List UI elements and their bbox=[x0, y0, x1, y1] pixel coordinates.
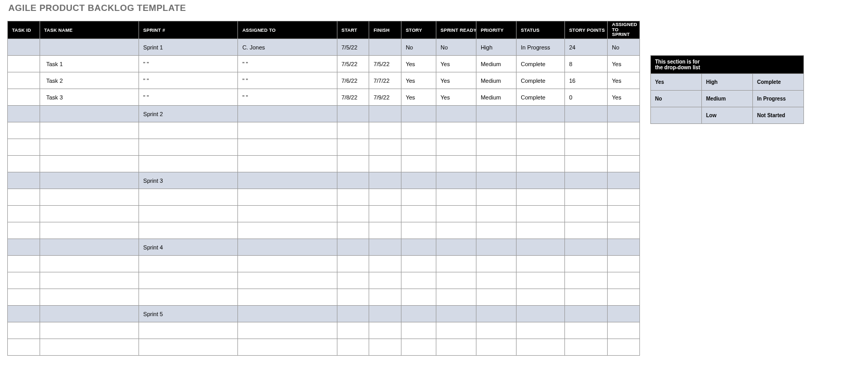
cell-assigned-to-sprint[interactable] bbox=[608, 139, 640, 156]
cell-story-points[interactable] bbox=[564, 172, 607, 189]
cell-story-points[interactable] bbox=[564, 272, 607, 289]
cell-priority[interactable] bbox=[476, 122, 517, 139]
cell-task-name[interactable] bbox=[40, 222, 139, 239]
cell-assigned-to[interactable] bbox=[238, 106, 337, 122]
cell-status[interactable]: Complete bbox=[517, 72, 565, 89]
cell-finish[interactable] bbox=[369, 139, 401, 156]
cell-status[interactable]: Complete bbox=[517, 56, 565, 72]
cell-task-name[interactable]: Task 1 bbox=[40, 56, 139, 72]
cell-sprint-ready[interactable] bbox=[436, 339, 476, 356]
cell-story[interactable] bbox=[401, 322, 436, 339]
cell-priority[interactable] bbox=[476, 256, 517, 272]
cell-start[interactable] bbox=[337, 322, 369, 339]
cell-task-id[interactable] bbox=[8, 172, 40, 189]
cell-sprint[interactable]: Sprint 1 bbox=[139, 39, 238, 56]
cell-status[interactable] bbox=[517, 322, 565, 339]
cell-task-id[interactable] bbox=[8, 272, 40, 289]
cell-assigned-to-sprint[interactable] bbox=[608, 322, 640, 339]
cell-assigned-to-sprint[interactable]: Yes bbox=[608, 56, 640, 72]
cell-sprint[interactable]: Sprint 2 bbox=[139, 106, 238, 122]
cell-start[interactable] bbox=[337, 289, 369, 306]
cell-story-points[interactable] bbox=[564, 106, 607, 122]
cell-priority[interactable] bbox=[476, 189, 517, 206]
cell-story-points[interactable] bbox=[564, 256, 607, 272]
cell-assigned-to-sprint[interactable] bbox=[608, 106, 640, 122]
cell-task-id[interactable] bbox=[8, 156, 40, 172]
cell-start[interactable]: 7/6/22 bbox=[337, 72, 369, 89]
cell-start[interactable]: 7/8/22 bbox=[337, 89, 369, 106]
cell-status[interactable] bbox=[517, 272, 565, 289]
cell-status[interactable] bbox=[517, 256, 565, 272]
cell-priority[interactable] bbox=[476, 139, 517, 156]
cell-start[interactable] bbox=[337, 222, 369, 239]
cell-story-points[interactable]: 8 bbox=[564, 56, 607, 72]
cell-status[interactable] bbox=[517, 122, 565, 139]
cell-assigned-to-sprint[interactable] bbox=[608, 339, 640, 356]
cell-sprint[interactable] bbox=[139, 122, 238, 139]
cell-task-name[interactable] bbox=[40, 156, 139, 172]
cell-priority[interactable] bbox=[476, 206, 517, 222]
cell-assigned-to-sprint[interactable] bbox=[608, 272, 640, 289]
cell-story[interactable] bbox=[401, 256, 436, 272]
cell-finish[interactable] bbox=[369, 272, 401, 289]
cell-assigned-to[interactable] bbox=[238, 156, 337, 172]
cell-start[interactable]: 7/5/22 bbox=[337, 39, 369, 56]
cell-story-points[interactable] bbox=[564, 222, 607, 239]
cell-assigned-to[interactable] bbox=[238, 172, 337, 189]
cell-sprint[interactable] bbox=[139, 339, 238, 356]
cell-assigned-to-sprint[interactable] bbox=[608, 156, 640, 172]
cell-status[interactable]: Complete bbox=[517, 89, 565, 106]
cell-finish[interactable]: 7/7/22 bbox=[369, 72, 401, 89]
cell-story-points[interactable] bbox=[564, 122, 607, 139]
cell-task-id[interactable] bbox=[8, 139, 40, 156]
cell-task-id[interactable] bbox=[8, 56, 40, 72]
cell-start[interactable] bbox=[337, 256, 369, 272]
cell-status[interactable] bbox=[517, 106, 565, 122]
cell-task-name[interactable] bbox=[40, 306, 139, 322]
cell-sprint[interactable] bbox=[139, 222, 238, 239]
cell-finish[interactable] bbox=[369, 256, 401, 272]
cell-sprint-ready[interactable] bbox=[436, 239, 476, 256]
cell-assigned-to[interactable] bbox=[238, 256, 337, 272]
cell-task-id[interactable] bbox=[8, 289, 40, 306]
cell-priority[interactable] bbox=[476, 172, 517, 189]
dd-status-0[interactable]: Complete bbox=[753, 74, 804, 91]
cell-task-id[interactable] bbox=[8, 322, 40, 339]
cell-task-name[interactable] bbox=[40, 339, 139, 356]
cell-story-points[interactable] bbox=[564, 289, 607, 306]
cell-task-id[interactable] bbox=[8, 39, 40, 56]
cell-story[interactable] bbox=[401, 139, 436, 156]
cell-task-id[interactable] bbox=[8, 122, 40, 139]
cell-finish[interactable]: 7/9/22 bbox=[369, 89, 401, 106]
cell-task-name[interactable] bbox=[40, 189, 139, 206]
cell-story[interactable] bbox=[401, 272, 436, 289]
cell-status[interactable] bbox=[517, 239, 565, 256]
dd-yesno-0[interactable]: Yes bbox=[651, 74, 702, 91]
cell-task-name[interactable] bbox=[40, 122, 139, 139]
cell-story-points[interactable]: 16 bbox=[564, 72, 607, 89]
cell-task-name[interactable] bbox=[40, 256, 139, 272]
cell-status[interactable] bbox=[517, 306, 565, 322]
cell-task-id[interactable] bbox=[8, 239, 40, 256]
cell-priority[interactable] bbox=[476, 106, 517, 122]
cell-story[interactable]: Yes bbox=[401, 56, 436, 72]
cell-story[interactable] bbox=[401, 306, 436, 322]
cell-finish[interactable] bbox=[369, 39, 401, 56]
cell-start[interactable] bbox=[337, 156, 369, 172]
cell-priority[interactable]: Medium bbox=[476, 89, 517, 106]
cell-story-points[interactable] bbox=[564, 206, 607, 222]
cell-story[interactable] bbox=[401, 189, 436, 206]
cell-finish[interactable] bbox=[369, 339, 401, 356]
cell-sprint[interactable] bbox=[139, 289, 238, 306]
cell-priority[interactable] bbox=[476, 222, 517, 239]
cell-assigned-to-sprint[interactable]: Yes bbox=[608, 72, 640, 89]
cell-assigned-to-sprint[interactable] bbox=[608, 172, 640, 189]
cell-assigned-to[interactable]: " " bbox=[238, 89, 337, 106]
cell-assigned-to[interactable] bbox=[238, 239, 337, 256]
cell-story-points[interactable] bbox=[564, 189, 607, 206]
cell-story[interactable]: No bbox=[401, 39, 436, 56]
cell-story[interactable] bbox=[401, 206, 436, 222]
cell-sprint-ready[interactable]: Yes bbox=[436, 56, 476, 72]
cell-task-name[interactable] bbox=[40, 106, 139, 122]
cell-priority[interactable] bbox=[476, 272, 517, 289]
